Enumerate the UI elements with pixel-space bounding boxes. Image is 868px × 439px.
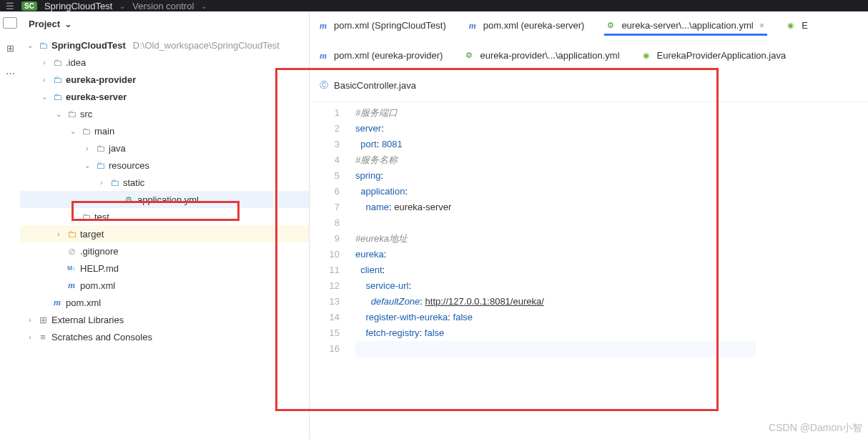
code-line[interactable]: #eureka地址 [355,231,868,247]
project-tool-icon[interactable] [3,17,17,29]
tree-idea[interactable]: ›.idea [20,54,309,71]
editor-tab[interactable]: eureka-server\...\application.yml× [604,17,767,36]
editor-tabs-row2: pom.xml (eureka-provider)eureka-provider… [310,41,868,71]
code-line[interactable]: #服务端口 [355,105,868,121]
code-lines[interactable]: #服务端口server: port: 8081#服务名称spring: appl… [347,102,868,439]
yml-icon [465,51,475,60]
code-line[interactable]: service-url: [355,278,868,294]
tree-scratches[interactable]: ›Scratches and Consoles [20,328,309,345]
tree-static[interactable]: ›static [20,174,309,191]
tab-label: pom.xml (eureka-server) [483,20,585,31]
tree-eureka-server[interactable]: ⌄eureka-server [20,88,309,105]
maven-icon [320,50,330,61]
topbar: ☰ SC SpringCloudTest ⌄ Version control ⌄ [0,0,868,11]
editor-area: pom.xml (SpringCloudTest)pom.xml (eureka… [310,11,868,439]
spring-icon [643,51,653,60]
tab-label: EurekaProviderApplication.java [657,50,786,61]
tree-external-libraries[interactable]: ›External Libraries [20,311,309,328]
code-editor[interactable]: 12345678910111213141516 #服务端口server: por… [310,102,868,439]
tab-label: eureka-provider\...\application.yml [480,50,619,61]
tree-gitignore[interactable]: ›.gitignore [20,242,309,260]
yml-icon [607,21,617,30]
more-tool-icon[interactable]: ⋯ [6,68,15,79]
tree-pom-server[interactable]: ›pom.xml [20,277,309,294]
structure-tool-icon[interactable]: ⊞ [6,43,14,54]
tab-label: E [802,20,808,31]
chevron-down-icon: ⌄ [201,2,207,10]
code-line[interactable]: server: [355,121,868,137]
code-line[interactable]: client: [355,262,868,278]
project-panel: Project ⌄ ⌄ SpringCloudTest D:\Old_works… [20,11,310,439]
code-line[interactable]: register-with-eureka: false [355,310,868,325]
chevron-down-icon[interactable]: ⌄ [64,19,72,29]
tree-eureka-provider[interactable]: ›eureka-provider [20,71,309,88]
project-panel-title: Project [29,19,60,29]
code-line[interactable]: eureka: [355,247,868,262]
code-line[interactable]: fetch-registry: false [355,325,868,341]
maven-icon [320,20,330,31]
code-line[interactable]: application: [355,184,868,199]
watermark: CSDN @Damon小智 [769,422,862,435]
editor-tab[interactable]: pom.xml (SpringCloudTest) [317,17,449,36]
chevron-down-icon: ⌄ [119,2,125,10]
editor-tabs-row3: BasicController.java [310,71,868,102]
code-line[interactable]: spring: [355,168,868,184]
tree-target[interactable]: ›target [20,225,309,242]
code-line[interactable]: defaultZone: http://127.0.0.1:8081/eurek… [355,294,868,310]
java-icon [320,79,330,92]
code-line[interactable]: #服务名称 [355,152,868,168]
code-line[interactable]: name: eureka-server [355,199,868,215]
project-panel-header: Project ⌄ [20,11,309,35]
tree-pom-root[interactable]: ›pom.xml [20,294,309,311]
tree-main[interactable]: ⌄main [20,122,309,139]
tab-label: pom.xml (eureka-provider) [334,50,443,61]
hamburger-icon[interactable]: ☰ [6,1,14,11]
editor-tab[interactable]: pom.xml (eureka-provider) [317,47,445,66]
tree-test[interactable]: ›test [20,208,309,225]
project-tree: ⌄ SpringCloudTest D:\Old_workspace\Sprin… [20,35,309,439]
editor-tab[interactable]: E [784,17,811,36]
editor-tab[interactable]: eureka-provider\...\application.yml [463,47,622,66]
editor-tab[interactable]: pom.xml (eureka-server) [466,17,588,36]
project-name[interactable]: SpringCloudTest [44,1,112,11]
tree-application-yml[interactable]: ›application.yml [20,191,309,208]
code-line[interactable] [355,215,868,231]
editor-tab[interactable]: BasicController.java [317,77,419,97]
editor-tabs-row1: pom.xml (SpringCloudTest)pom.xml (eureka… [310,11,868,41]
maven-icon [469,20,479,31]
tree-src[interactable]: ⌄src [20,105,309,122]
code-line[interactable]: port: 8081 [355,137,868,152]
close-icon[interactable]: × [759,20,765,31]
tool-window-bar: ⊞ ⋯ [0,11,20,439]
tab-label: BasicController.java [334,80,416,91]
editor-tab[interactable]: EurekaProviderApplication.java [640,47,789,66]
code-line[interactable] [355,341,756,357]
gutter: 12345678910111213141516 [310,102,347,439]
tab-label: eureka-server\...\application.yml [621,20,753,31]
tree-resources[interactable]: ⌄resources [20,157,309,174]
tree-help-md[interactable]: ›HELP.md [20,260,309,277]
tree-root[interactable]: ⌄ SpringCloudTest D:\Old_workspace\Sprin… [20,36,309,54]
spring-icon [787,21,797,30]
project-badge: SC [21,1,37,11]
tab-label: pom.xml (SpringCloudTest) [334,20,446,31]
tree-java[interactable]: ›java [20,139,309,157]
version-control-menu[interactable]: Version control [132,1,194,11]
